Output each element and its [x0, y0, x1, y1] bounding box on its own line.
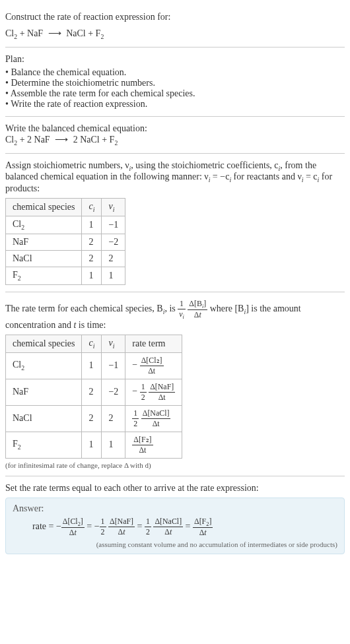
plan-section: Plan: Balance the chemical equation. Det… — [5, 48, 345, 117]
table-row: F2 1 1 — [6, 267, 125, 284]
final-section: Set the rate terms equal to each other t… — [5, 476, 345, 561]
col-vi: νi — [102, 199, 125, 216]
rateterm-section: The rate term for each chemical species,… — [5, 292, 345, 476]
plan-item: Determine the stoichiometric numbers. — [5, 78, 345, 88]
table-row: NaCl 2 2 — [6, 250, 125, 267]
plan-title: Plan: — [5, 54, 345, 65]
cell-species: F2 — [6, 267, 82, 284]
cell-ci: 2 — [82, 250, 102, 267]
cell-vi: 2 — [102, 250, 125, 267]
cell-vi: −2 — [102, 379, 125, 405]
prompt-title: Construct the rate of reaction expressio… — [5, 12, 345, 22]
cell-species: Cl2 — [6, 216, 82, 234]
plan-item: Assemble the rate term for each chemical… — [5, 88, 345, 99]
answer-expression: rate = −Δ[Cl2]Δt = −12 Δ[NaF]Δt = 12 Δ[N… — [13, 517, 337, 538]
col-ci: ci — [82, 335, 102, 352]
cell-ci: 2 — [82, 405, 102, 432]
cell-vi: −1 — [102, 216, 125, 234]
rateterm-table: chemical species ci νi rate term Cl2 1 −… — [5, 335, 182, 459]
stoich-intro: Assign stoichiometric numbers, νi, using… — [5, 160, 345, 195]
cell-species: NaCl — [6, 405, 82, 432]
table-row: Cl2 1 −1 — [6, 216, 125, 234]
frac-1-over-nu: 1νi — [178, 299, 186, 320]
col-species: chemical species — [6, 199, 82, 216]
cell-vi: 1 — [102, 432, 125, 458]
balanced-section: Write the balanced chemical equation: Cl… — [5, 117, 345, 154]
cell-rate: 12 Δ[NaCl]Δt — [125, 405, 182, 432]
plan-item: Balance the chemical equation. — [5, 67, 345, 78]
cell-ci: 2 — [82, 379, 102, 405]
cell-vi: −1 — [102, 352, 125, 379]
col-rate: rate term — [125, 335, 182, 352]
prompt-section: Construct the rate of reaction expressio… — [5, 5, 345, 48]
cell-species: NaF — [6, 234, 82, 250]
balanced-equation: Cl2 + 2 NaF ⟶ 2 NaCl + F2 — [5, 134, 345, 146]
col-species: chemical species — [6, 335, 82, 352]
table-header-row: chemical species ci νi rate term — [6, 335, 182, 352]
cell-rate: Δ[F₂]Δt — [125, 432, 182, 458]
cell-species: F2 — [6, 432, 82, 458]
table-row: NaCl 2 2 12 Δ[NaCl]Δt — [6, 405, 182, 432]
table-row: NaF 2 −2 — [6, 234, 125, 250]
answer-label: Answer: — [13, 503, 337, 514]
cell-vi: 1 — [102, 267, 125, 284]
cell-species: NaF — [6, 379, 82, 405]
stoich-table: chemical species ci νi Cl2 1 −1 NaF 2 −2… — [5, 198, 125, 284]
rateterm-intro: The rate term for each chemical species,… — [5, 299, 345, 331]
answer-box: Answer: rate = −Δ[Cl2]Δt = −12 Δ[NaF]Δt … — [5, 498, 345, 554]
cell-ci: 1 — [82, 267, 102, 284]
stoich-section: Assign stoichiometric numbers, νi, using… — [5, 154, 345, 292]
final-title: Set the rate terms equal to each other t… — [5, 483, 345, 494]
cell-vi: 2 — [102, 405, 125, 432]
cell-species: Cl2 — [6, 352, 82, 379]
plan-item: Write the rate of reaction expression. — [5, 99, 345, 110]
cell-ci: 1 — [82, 432, 102, 458]
table-row: NaF 2 −2 − 12 Δ[NaF]Δt — [6, 379, 182, 405]
cell-species: NaCl — [6, 250, 82, 267]
table-header-row: chemical species ci νi — [6, 199, 125, 216]
cell-rate: − Δ[Cl₂]Δt — [125, 352, 182, 379]
unbalanced-equation: Cl2 + NaF ⟶ NaCl + F2 — [5, 28, 345, 40]
rateterm-note: (for infinitesimal rate of change, repla… — [5, 461, 345, 469]
frac-dB-dt: Δ[Bi]Δt — [188, 299, 207, 320]
cell-vi: −2 — [102, 234, 125, 250]
table-row: Cl2 1 −1 − Δ[Cl₂]Δt — [6, 352, 182, 379]
balanced-title: Write the balanced chemical equation: — [5, 123, 345, 134]
col-vi: νi — [102, 335, 125, 352]
cell-ci: 2 — [82, 234, 102, 250]
cell-ci: 1 — [82, 216, 102, 234]
plan-list: Balance the chemical equation. Determine… — [5, 67, 345, 110]
table-row: F2 1 1 Δ[F₂]Δt — [6, 432, 182, 458]
answer-note: (assuming constant volume and no accumul… — [13, 540, 337, 548]
cell-ci: 1 — [82, 352, 102, 379]
col-ci: ci — [82, 199, 102, 216]
cell-rate: − 12 Δ[NaF]Δt — [125, 379, 182, 405]
